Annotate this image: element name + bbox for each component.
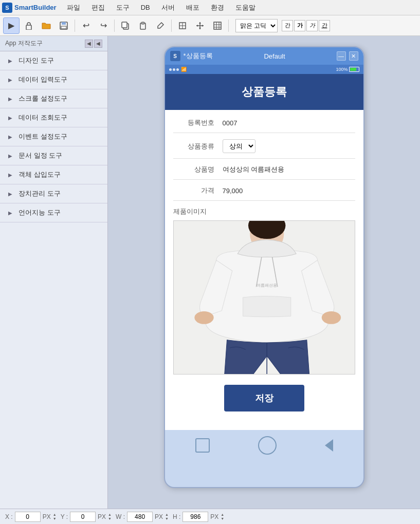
h-step-down[interactable]: ▼ <box>221 517 224 521</box>
menu-bar: S SmartBuilder 파일 편집 도구 DB 서버 배포 환경 도움말 <box>0 0 420 15</box>
nav-back-triangle[interactable] <box>325 439 333 452</box>
svg-rect-9 <box>214 22 221 29</box>
undo-button[interactable]: ↩ <box>78 17 94 34</box>
app-logo: S SmartBuilder <box>2 3 57 13</box>
sidebar-label-scroll: 스크롤 설정도구 <box>19 94 67 103</box>
font-name-select[interactable]: 맑은 고딕 <box>235 19 278 32</box>
arrow-icon-event: ▶ <box>8 134 14 140</box>
w-step-down[interactable]: ▼ <box>165 517 169 521</box>
copy-button[interactable] <box>117 17 134 34</box>
battery-percent: 100% <box>336 67 348 72</box>
sidebar-item-design[interactable]: ▶ 디자인 도구 <box>0 51 107 70</box>
menu-db[interactable]: DB <box>136 2 155 13</box>
redo-button[interactable]: ↪ <box>95 17 112 34</box>
lock-button[interactable] <box>21 17 37 34</box>
y-stepper[interactable]: ▲ ▼ <box>108 513 112 521</box>
h-input[interactable] <box>182 512 208 522</box>
sidebar-item-data-input[interactable]: ▶ 데이터 입력도구 <box>0 70 107 89</box>
h-step-up[interactable]: ▲ <box>221 513 224 517</box>
y-input[interactable] <box>70 512 96 522</box>
play-button[interactable]: ▶ <box>3 17 20 34</box>
folder-button[interactable] <box>38 17 54 34</box>
menu-env[interactable]: 환경 <box>206 1 229 14</box>
svg-rect-3 <box>61 26 66 29</box>
w-stepper[interactable]: ▲ ▼ <box>165 513 169 521</box>
y-step-up[interactable]: ▲ <box>108 513 112 517</box>
paste-button[interactable] <box>135 17 151 34</box>
dot-2 <box>173 68 175 71</box>
sidebar-item-device[interactable]: ▶ 장치관리 도구 <box>0 184 107 203</box>
form-row-category: 상품종류 상의 하의 신발 <box>173 139 355 159</box>
phone-minimize-btn[interactable]: — <box>337 51 346 61</box>
x-label: X : <box>5 513 13 520</box>
svg-text:여름패션용: 여름패션용 <box>257 283 277 288</box>
sidebar-item-event[interactable]: ▶ 이벤트 설정도구 <box>0 127 107 146</box>
x-input[interactable] <box>15 512 41 522</box>
save-button[interactable] <box>56 17 72 34</box>
phone-close-btn[interactable]: ✕ <box>349 51 358 61</box>
menu-server[interactable]: 서버 <box>156 1 180 14</box>
y-step-down[interactable]: ▼ <box>108 517 112 521</box>
battery-status: 100% <box>336 67 359 72</box>
arrow-icon-data-input: ▶ <box>8 77 14 83</box>
save-button[interactable]: 저장 <box>224 385 304 411</box>
sidebar-label-object: 객체 삽입도구 <box>19 170 61 179</box>
arrow-icon-design: ▶ <box>8 58 14 64</box>
y-coord-field: Y : PX ▲ ▼ <box>61 512 112 522</box>
phone-mockup: S *상품등록 Default — ✕ 📶 <box>164 46 364 488</box>
menu-file[interactable]: 파일 <box>62 1 85 14</box>
sidebar-label-design: 디자인 도구 <box>19 56 54 65</box>
sidebar-collapse-controls: ◀ ◀ <box>85 40 102 48</box>
font-italic-btn[interactable]: 가 <box>306 20 318 31</box>
sidebar-item-ai[interactable]: ▶ 언어지능 도구 <box>0 203 107 222</box>
form-row-price: 가격 79,000 <box>173 186 355 201</box>
value-price: 79,000 <box>223 187 355 195</box>
sidebar-item-object[interactable]: ▶ 객체 삽입도구 <box>0 165 107 184</box>
logo-icon: S <box>2 3 12 13</box>
menu-edit[interactable]: 편집 <box>86 1 110 14</box>
move-button[interactable] <box>192 17 208 34</box>
nav-back-square[interactable] <box>195 438 210 453</box>
image-label: 제품이미지 <box>173 207 355 216</box>
menu-deploy[interactable]: 배포 <box>181 1 205 14</box>
app-form: 등록번호 0007 상품종류 상의 하의 신발 상품명 여성상의 여름패션용 <box>165 110 363 430</box>
toolbar-sep-3 <box>171 20 172 32</box>
select-category[interactable]: 상의 하의 신발 <box>223 139 255 153</box>
menu-help[interactable]: 도움말 <box>230 1 261 14</box>
app-screen-title: 상품등록 <box>242 85 287 98</box>
phone-titlebar: S *상품등록 Default — ✕ <box>165 47 363 65</box>
nav-home-circle[interactable] <box>258 436 277 455</box>
sidebar-label-data-input: 데이터 입력도구 <box>19 75 67 84</box>
phone-app-title: *상품등록 <box>184 51 213 61</box>
font-underline-btn[interactable]: 간 <box>319 20 330 31</box>
label-category: 상품종류 <box>173 142 214 151</box>
sidebar-collapse-btn-1[interactable]: ◀ <box>85 40 93 48</box>
h-stepper[interactable]: ▲ ▼ <box>221 513 224 521</box>
h-unit: PX <box>210 513 218 520</box>
font-size-decrease[interactable]: 간 <box>282 20 293 31</box>
resize-button[interactable] <box>174 17 191 34</box>
menu-tools[interactable]: 도구 <box>111 1 135 14</box>
x-coord-field: X : PX ▲ ▼ <box>5 512 57 522</box>
value-name: 여성상의 여름패션용 <box>223 165 355 174</box>
battery-fill <box>350 68 357 71</box>
sidebar-label-device: 장치관리 도구 <box>19 189 61 198</box>
w-step-up[interactable]: ▲ <box>165 513 169 517</box>
sidebar-item-data-view[interactable]: ▶ 데이터 조회도구 <box>0 108 107 127</box>
sidebar-item-schedule[interactable]: ▶ 문서 일정 도구 <box>0 146 107 165</box>
x-stepper[interactable]: ▲ ▼ <box>53 513 57 521</box>
grid-button[interactable] <box>209 17 226 34</box>
sidebar-collapse-btn-2[interactable]: ◀ <box>94 40 102 48</box>
brush-button[interactable] <box>152 17 169 34</box>
phone-default-label: Default <box>213 52 337 60</box>
save-btn-container: 저장 <box>173 375 355 422</box>
sidebar-item-scroll[interactable]: ▶ 스크롤 설정도구 <box>0 89 107 108</box>
x-unit: PX <box>43 513 51 520</box>
w-input[interactable] <box>127 512 153 522</box>
toolbar-sep-4 <box>228 20 229 32</box>
font-bold-btn[interactable]: 가 <box>294 20 305 31</box>
x-step-up[interactable]: ▲ <box>53 513 57 517</box>
svg-rect-5 <box>122 22 127 28</box>
x-step-down[interactable]: ▼ <box>53 517 57 521</box>
sidebar-label-schedule: 문서 일정 도구 <box>19 151 62 160</box>
